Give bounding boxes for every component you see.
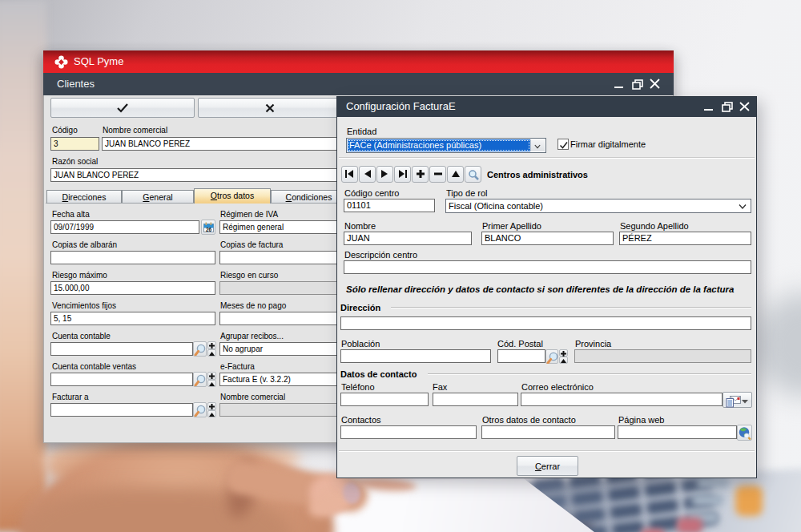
svg-text:26: 26	[205, 227, 211, 232]
